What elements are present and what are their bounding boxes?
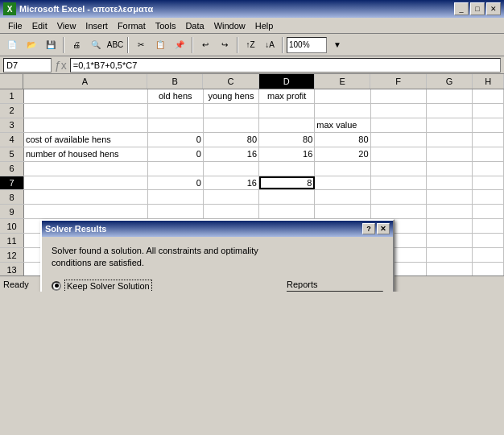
col-header-c[interactable]: C	[203, 74, 258, 89]
cell-h4[interactable]	[473, 133, 504, 147]
preview-button[interactable]: 🔍	[87, 36, 105, 54]
redo-button[interactable]: ↪	[216, 36, 233, 54]
cell-a5[interactable]: number of housed hens	[24, 147, 148, 161]
cell-d4[interactable]: 80	[259, 133, 315, 147]
spell-button[interactable]: ABC	[106, 36, 124, 54]
cell-b5[interactable]: 0	[148, 147, 204, 161]
cell-f7[interactable]	[371, 176, 427, 190]
cell-d3[interactable]	[259, 118, 315, 132]
menu-insert[interactable]: Insert	[81, 20, 113, 31]
radio-keep[interactable]: Keep Solver Solution	[52, 280, 277, 292]
cell-d5[interactable]: 16	[259, 147, 315, 161]
cell-e4[interactable]: 80	[315, 133, 370, 147]
zoom-dropdown[interactable]: ▼	[328, 36, 346, 54]
cell-a2[interactable]	[24, 104, 148, 118]
cell-c4[interactable]: 80	[204, 133, 259, 147]
cell-g1[interactable]	[427, 89, 473, 103]
dialog-help-icon[interactable]: ?	[362, 223, 375, 234]
formula-input[interactable]: =0,1*B7+0,5*C7	[70, 58, 501, 72]
cell-h7[interactable]	[473, 176, 504, 190]
cell-b1[interactable]: old hens	[148, 89, 204, 103]
cell-e3[interactable]: max value	[315, 118, 370, 132]
cell-d7[interactable]: 8	[259, 176, 315, 190]
menu-window[interactable]: Window	[209, 20, 250, 31]
cell-h1[interactable]	[473, 89, 504, 103]
row-num-10: 10	[0, 219, 24, 233]
minimize-button[interactable]: _	[454, 2, 469, 15]
cell-g3[interactable]	[427, 118, 473, 132]
menu-format[interactable]: Format	[113, 20, 151, 31]
menu-data[interactable]: Data	[180, 20, 209, 31]
cell-e5[interactable]: 20	[315, 147, 370, 161]
col-header-a[interactable]: A	[23, 74, 147, 89]
cell-b3[interactable]	[148, 118, 204, 132]
cell-f5[interactable]	[371, 147, 427, 161]
reports-container: Answer Sensitivity Limits ▲ ▼	[287, 291, 383, 292]
cell-f2[interactable]	[371, 104, 427, 118]
menu-help[interactable]: Help	[250, 20, 279, 31]
menu-edit[interactable]: Edit	[27, 20, 52, 31]
print-button[interactable]: 🖨	[68, 36, 85, 54]
cell-c3[interactable]	[204, 118, 259, 132]
cell-d6[interactable]	[259, 162, 315, 176]
cell-h3[interactable]	[473, 118, 504, 132]
col-header-e[interactable]: E	[315, 74, 370, 89]
new-button[interactable]: 📄	[3, 36, 21, 54]
cut-button[interactable]: ✂	[132, 36, 150, 54]
cell-h5[interactable]	[473, 147, 504, 161]
cell-e1[interactable]	[315, 89, 370, 103]
cell-c1[interactable]: young hens	[204, 89, 259, 103]
col-header-h[interactable]: H	[473, 74, 504, 89]
cell-c7[interactable]: 16	[204, 176, 259, 190]
col-header-d[interactable]: D	[259, 74, 315, 89]
close-button[interactable]: ✕	[486, 2, 501, 15]
zoom-combo[interactable]: 100%	[287, 37, 327, 53]
cell-g5[interactable]	[427, 147, 473, 161]
dialog-options: Keep Solver Solution Restore Original Va…	[52, 280, 277, 292]
dialog-close-button[interactable]: ✕	[377, 223, 390, 234]
cell-e2[interactable]	[315, 104, 370, 118]
sort-asc-button[interactable]: ↑Z	[242, 36, 259, 54]
cell-g2[interactable]	[427, 104, 473, 118]
cell-b4[interactable]: 0	[148, 133, 204, 147]
paste-button[interactable]: 📌	[171, 36, 188, 54]
col-header-b[interactable]: B	[147, 74, 203, 89]
cell-b7[interactable]: 0	[148, 176, 204, 190]
cell-a4[interactable]: cost of available hens	[24, 133, 148, 147]
menu-view[interactable]: View	[52, 20, 81, 31]
cell-e7[interactable]	[315, 176, 370, 190]
radio-keep-input[interactable]	[52, 281, 61, 291]
cell-a3[interactable]	[24, 118, 148, 132]
cell-g4[interactable]	[427, 133, 473, 147]
cell-f4[interactable]	[371, 133, 427, 147]
cell-d2[interactable]	[259, 104, 315, 118]
cell-f3[interactable]	[371, 118, 427, 132]
cell-g7[interactable]	[427, 176, 473, 190]
cell-c5[interactable]: 16	[204, 147, 259, 161]
menu-tools[interactable]: Tools	[151, 20, 181, 31]
cell-c6[interactable]	[204, 162, 259, 176]
save-button[interactable]: 💾	[42, 36, 60, 54]
cell-a1[interactable]	[24, 89, 148, 103]
cell-a6[interactable]	[24, 162, 148, 176]
cell-b6[interactable]	[148, 162, 204, 176]
name-box[interactable]: D7	[3, 58, 52, 72]
cell-h6[interactable]	[473, 162, 504, 176]
open-button[interactable]: 📂	[23, 36, 40, 54]
col-header-f[interactable]: F	[370, 74, 426, 89]
sort-desc-button[interactable]: ↓A	[261, 36, 279, 54]
menu-file[interactable]: File	[3, 20, 27, 31]
cell-h2[interactable]	[473, 104, 504, 118]
cell-g6[interactable]	[427, 162, 473, 176]
cell-e6[interactable]	[315, 162, 370, 176]
maximize-button[interactable]: □	[470, 2, 485, 15]
cell-d1[interactable]: max profit	[259, 89, 315, 103]
copy-button[interactable]: 📋	[151, 36, 169, 54]
cell-f6[interactable]	[371, 162, 427, 176]
col-header-g[interactable]: G	[427, 74, 473, 89]
cell-c2[interactable]	[204, 104, 259, 118]
cell-f1[interactable]	[371, 89, 427, 103]
undo-button[interactable]: ↩	[196, 36, 214, 54]
cell-b2[interactable]	[148, 104, 204, 118]
cell-a7[interactable]	[24, 176, 148, 190]
